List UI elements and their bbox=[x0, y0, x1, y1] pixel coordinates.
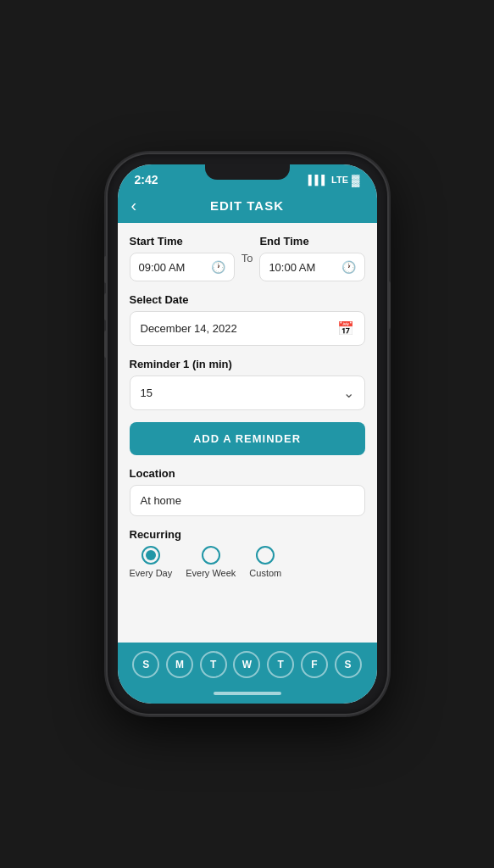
recurring-option-everyday[interactable]: Every Day bbox=[130, 546, 173, 578]
day-wednesday[interactable]: W bbox=[233, 651, 260, 678]
recurring-option-everyweek[interactable]: Every Week bbox=[186, 546, 236, 578]
location-value: At home bbox=[141, 494, 181, 507]
recurring-everyday-label: Every Day bbox=[130, 568, 173, 578]
app-header: ‹ EDIT TASK bbox=[118, 192, 377, 223]
battery-icon: ▓ bbox=[352, 174, 359, 186]
radio-everyday-inner bbox=[146, 550, 156, 560]
location-label: Location bbox=[130, 467, 365, 480]
day-thursday[interactable]: T bbox=[267, 651, 294, 678]
time-row: Start Time 09:00 AM 🕐 To End Time 10:00 … bbox=[130, 235, 365, 281]
location-section: Location At home bbox=[130, 467, 365, 516]
reminder-select[interactable]: 15 ⌄ bbox=[130, 376, 365, 410]
page-title: EDIT TASK bbox=[210, 198, 284, 213]
home-indicator bbox=[118, 687, 377, 704]
start-time-label: Start Time bbox=[130, 235, 235, 248]
location-input[interactable]: At home bbox=[130, 485, 365, 516]
add-reminder-button[interactable]: ADD A REMINDER bbox=[130, 422, 365, 455]
start-time-field: Start Time 09:00 AM 🕐 bbox=[130, 235, 235, 281]
recurring-option-custom[interactable]: Custom bbox=[249, 546, 281, 578]
date-value: December 14, 2022 bbox=[141, 322, 237, 335]
recurring-options: Every Day Every Week Custom bbox=[130, 546, 365, 578]
reminder-label: Reminder 1 (in min) bbox=[130, 358, 365, 370]
start-time-value: 09:00 AM bbox=[139, 261, 186, 274]
end-time-field: End Time 10:00 AM 🕐 bbox=[259, 235, 364, 281]
calendar-icon: 📅 bbox=[337, 320, 354, 337]
day-bar: S M T W T F S bbox=[118, 643, 377, 687]
date-label: Select Date bbox=[130, 293, 365, 306]
to-separator: To bbox=[241, 252, 253, 264]
radio-everyday bbox=[142, 546, 160, 565]
end-time-label: End Time bbox=[259, 235, 364, 248]
end-time-value: 10:00 AM bbox=[269, 261, 315, 274]
recurring-label: Recurring bbox=[130, 528, 365, 541]
form-content: Start Time 09:00 AM 🕐 To End Time 10:00 … bbox=[118, 223, 377, 643]
radio-everyweek bbox=[202, 546, 220, 565]
lte-label: LTE bbox=[331, 175, 348, 185]
status-right-icons: ▌▌▌ LTE ▓ bbox=[308, 174, 360, 186]
day-saturday[interactable]: S bbox=[335, 651, 362, 678]
start-time-input[interactable]: 09:00 AM 🕐 bbox=[130, 253, 235, 281]
date-section: Select Date December 14, 2022 📅 bbox=[130, 293, 365, 346]
phone-screen: 2:42 ▌▌▌ LTE ▓ ‹ EDIT TASK Start Time 09… bbox=[118, 164, 377, 704]
start-clock-icon: 🕐 bbox=[211, 260, 225, 274]
day-sunday[interactable]: S bbox=[132, 651, 159, 678]
status-time: 2:42 bbox=[135, 173, 158, 186]
home-bar bbox=[214, 692, 281, 695]
reminder-value: 15 bbox=[141, 387, 153, 399]
day-monday[interactable]: M bbox=[166, 651, 193, 678]
day-friday[interactable]: F bbox=[301, 651, 328, 678]
recurring-everyweek-label: Every Week bbox=[186, 568, 236, 578]
radio-custom bbox=[256, 546, 275, 565]
chevron-down-icon: ⌄ bbox=[343, 385, 354, 401]
recurring-custom-label: Custom bbox=[249, 568, 281, 578]
phone-frame: 2:42 ▌▌▌ LTE ▓ ‹ EDIT TASK Start Time 09… bbox=[108, 154, 387, 714]
end-clock-icon: 🕐 bbox=[341, 260, 356, 274]
notch bbox=[205, 164, 290, 180]
day-tuesday[interactable]: T bbox=[200, 651, 227, 678]
signal-icon: ▌▌▌ bbox=[308, 175, 328, 185]
date-input[interactable]: December 14, 2022 📅 bbox=[130, 311, 365, 346]
recurring-section: Recurring Every Day Every Week bbox=[130, 528, 365, 578]
end-time-input[interactable]: 10:00 AM 🕐 bbox=[259, 253, 364, 281]
back-button[interactable]: ‹ bbox=[131, 196, 137, 215]
reminder-section: Reminder 1 (in min) 15 ⌄ bbox=[130, 358, 365, 410]
